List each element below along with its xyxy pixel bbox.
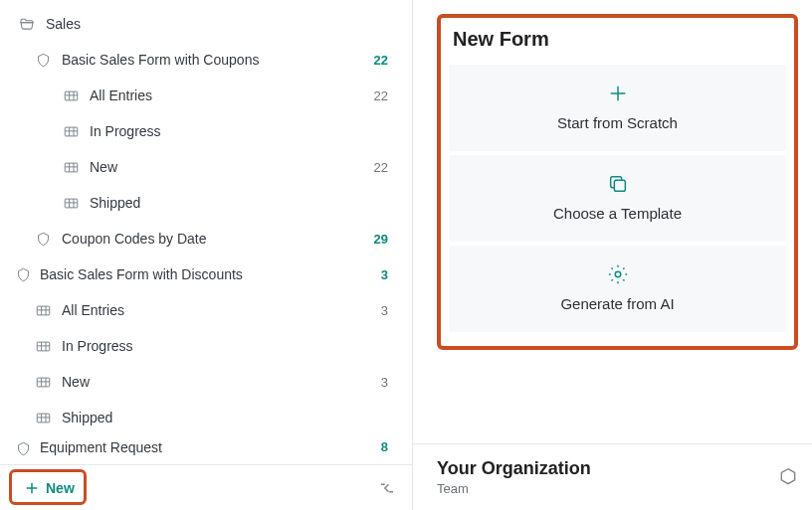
sidebar-form-coupons[interactable]: Basic Sales Form with Coupons 22 — [0, 42, 412, 78]
main-panel: New Form Start from Scratch Choose a Tem… — [413, 0, 812, 510]
view-count: 22 — [360, 160, 388, 175]
view-label: New — [90, 159, 360, 175]
view-label: Shipped — [90, 195, 360, 211]
svg-rect-5 — [37, 342, 50, 351]
main-top: New Form Start from Scratch Choose a Tem… — [413, 0, 812, 443]
app-root: Sales Basic Sales Form with Coupons 22 A… — [0, 0, 812, 510]
form-count: 3 — [360, 267, 388, 282]
sidebar-view-shipped-2[interactable]: Shipped — [0, 400, 412, 435]
new-button-label: New — [46, 480, 75, 496]
view-label: In Progress — [90, 123, 360, 139]
table-icon — [62, 194, 80, 212]
svg-point-9 — [615, 271, 621, 277]
form-label: Coupon Codes by Date — [62, 231, 360, 247]
table-icon — [34, 409, 52, 426]
sidebar-view-new[interactable]: New 22 — [0, 149, 412, 185]
folder-open-icon — [18, 15, 36, 33]
form-icon — [14, 439, 32, 457]
sidebar-view-in-progress[interactable]: In Progress — [0, 113, 412, 149]
sidebar-view-all-entries[interactable]: All Entries 22 — [0, 78, 412, 113]
tile-generate-ai[interactable]: Generate from AI — [449, 246, 786, 332]
gear-icon — [607, 263, 629, 285]
org-text: Your Organization Team — [437, 458, 591, 496]
tile-label: Generate from AI — [560, 295, 674, 312]
org-settings-button[interactable] — [778, 467, 798, 487]
view-label: New — [62, 374, 360, 390]
table-icon — [34, 337, 52, 355]
svg-rect-3 — [65, 199, 78, 208]
view-label: Shipped — [62, 410, 360, 425]
new-form-card: New Form Start from Scratch Choose a Tem… — [437, 14, 798, 350]
form-icon — [14, 265, 32, 283]
tile-label: Choose a Template — [553, 205, 682, 222]
hexagon-icon — [778, 467, 798, 487]
folder-label: Sales — [46, 16, 388, 32]
sidebar-footer: New — [0, 464, 412, 510]
table-icon — [62, 158, 80, 176]
new-button[interactable]: New — [12, 474, 87, 502]
svg-rect-8 — [614, 180, 625, 191]
svg-rect-0 — [65, 91, 78, 100]
svg-rect-2 — [65, 163, 78, 172]
svg-rect-7 — [37, 414, 50, 423]
sidebar-form-discounts[interactable]: Basic Sales Form with Discounts 3 — [0, 256, 412, 292]
view-count: 3 — [360, 303, 388, 318]
sidebar-view-in-progress-2[interactable]: In Progress — [0, 328, 412, 364]
form-icon — [34, 230, 52, 248]
tile-label: Start from Scratch — [557, 114, 678, 131]
sidebar: Sales Basic Sales Form with Coupons 22 A… — [0, 0, 413, 510]
plus-icon — [607, 83, 629, 104]
svg-rect-1 — [65, 127, 78, 136]
tile-choose-template[interactable]: Choose a Template — [449, 155, 786, 242]
svg-rect-6 — [37, 378, 50, 387]
form-label: Basic Sales Form with Discounts — [40, 266, 360, 282]
plus-icon — [24, 480, 40, 496]
form-count: 22 — [360, 53, 388, 68]
form-icon — [34, 51, 52, 69]
collapse-sidebar-button[interactable] — [374, 477, 400, 499]
org-title: Your Organization — [437, 458, 591, 479]
view-count: 22 — [360, 88, 388, 103]
table-icon — [34, 301, 52, 319]
view-label: In Progress — [62, 338, 360, 354]
form-count: 8 — [360, 439, 388, 454]
tile-start-from-scratch[interactable]: Start from Scratch — [449, 65, 786, 151]
table-icon — [62, 86, 80, 104]
view-label: All Entries — [90, 87, 360, 103]
table-icon — [34, 373, 52, 391]
sidebar-tree: Sales Basic Sales Form with Coupons 22 A… — [0, 0, 412, 464]
sidebar-view-shipped[interactable]: Shipped — [0, 185, 412, 221]
collapse-icon — [378, 481, 396, 495]
copy-icon — [607, 173, 629, 195]
org-subtitle: Team — [437, 481, 591, 496]
view-count: 3 — [360, 375, 388, 390]
form-count: 29 — [360, 232, 388, 247]
sidebar-view-new-2[interactable]: New 3 — [0, 364, 412, 400]
form-label: Basic Sales Form with Coupons — [62, 52, 360, 68]
org-section: Your Organization Team — [413, 443, 812, 510]
form-label: Equipment Request — [40, 439, 360, 455]
sidebar-form-coupon-codes[interactable]: Coupon Codes by Date 29 — [0, 221, 412, 256]
table-icon — [62, 122, 80, 140]
view-label: All Entries — [62, 302, 360, 318]
new-form-title: New Form — [449, 24, 786, 61]
svg-rect-4 — [37, 306, 50, 315]
sidebar-form-equipment[interactable]: Equipment Request 8 — [0, 435, 412, 463]
sidebar-folder-sales[interactable]: Sales — [0, 6, 412, 42]
sidebar-view-all-entries-2[interactable]: All Entries 3 — [0, 292, 412, 328]
